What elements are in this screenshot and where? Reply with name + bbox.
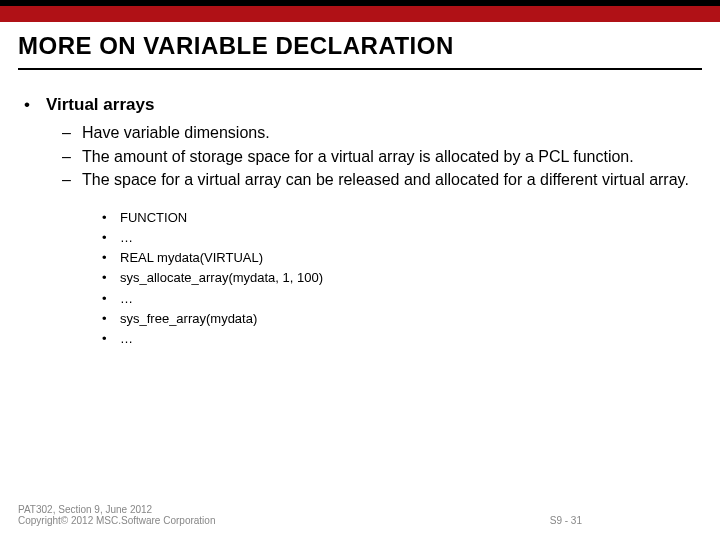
list-item: • …	[102, 229, 696, 247]
list-item: • …	[102, 330, 696, 348]
code-list: • FUNCTION • … • REAL mydata(VIRTUAL) • …	[24, 209, 696, 348]
bullet-icon: •	[24, 94, 46, 116]
red-band	[0, 6, 720, 22]
point-text: Have variable dimensions.	[82, 122, 270, 144]
bullet-icon: •	[102, 249, 120, 267]
code-text: …	[120, 229, 133, 247]
code-text: …	[120, 330, 133, 348]
dash-icon: –	[62, 169, 82, 191]
title-underline	[18, 68, 702, 70]
dash-icon: –	[62, 146, 82, 168]
footer: PAT302, Section 9, June 2012 Copyright© …	[18, 504, 702, 526]
point-text: The amount of storage space for a virtua…	[82, 146, 634, 168]
code-text: FUNCTION	[120, 209, 187, 227]
footer-left: PAT302, Section 9, June 2012 Copyright© …	[18, 504, 215, 526]
slide-title: MORE ON VARIABLE DECLARATION	[18, 32, 702, 60]
footer-line2: Copyright© 2012 MSC.Software Corporation	[18, 515, 215, 526]
bullet-icon: •	[102, 310, 120, 328]
points-list: – Have variable dimensions. – The amount…	[24, 122, 696, 191]
bullet-icon: •	[102, 229, 120, 247]
point-text: The space for a virtual array can be rel…	[82, 169, 689, 191]
content-area: • Virtual arrays – Have variable dimensi…	[0, 76, 720, 348]
topic-row: • Virtual arrays	[24, 94, 696, 116]
bullet-icon: •	[102, 269, 120, 287]
list-item: • …	[102, 290, 696, 308]
list-item: – The space for a virtual array can be r…	[62, 169, 696, 191]
dash-icon: –	[62, 122, 82, 144]
list-item: • REAL mydata(VIRTUAL)	[102, 249, 696, 267]
title-area: MORE ON VARIABLE DECLARATION	[0, 22, 720, 76]
code-text: …	[120, 290, 133, 308]
footer-page: S9 - 31	[550, 515, 702, 526]
list-item: • sys_allocate_array(mydata, 1, 100)	[102, 269, 696, 287]
list-item: – The amount of storage space for a virt…	[62, 146, 696, 168]
list-item: – Have variable dimensions.	[62, 122, 696, 144]
bullet-icon: •	[102, 330, 120, 348]
bullet-icon: •	[102, 290, 120, 308]
list-item: • FUNCTION	[102, 209, 696, 227]
footer-line1: PAT302, Section 9, June 2012	[18, 504, 215, 515]
code-text: REAL mydata(VIRTUAL)	[120, 249, 263, 267]
code-text: sys_allocate_array(mydata, 1, 100)	[120, 269, 323, 287]
code-text: sys_free_array(mydata)	[120, 310, 257, 328]
bullet-icon: •	[102, 209, 120, 227]
topic-label: Virtual arrays	[46, 94, 154, 116]
list-item: • sys_free_array(mydata)	[102, 310, 696, 328]
